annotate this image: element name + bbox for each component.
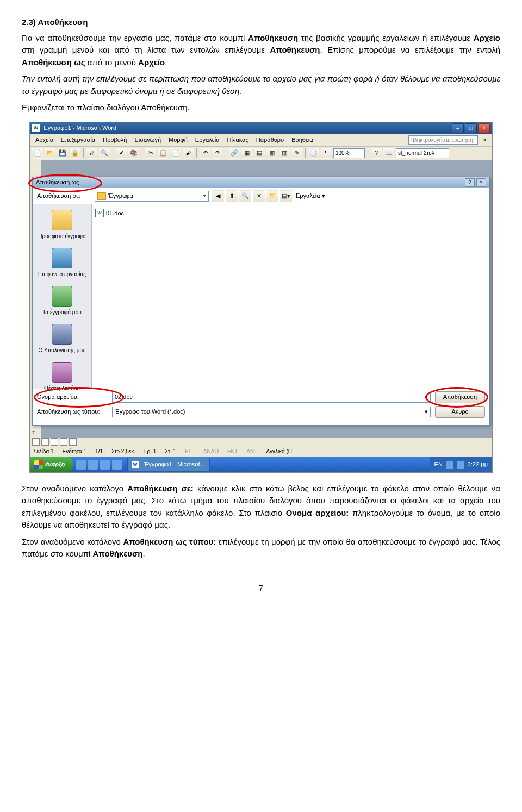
ql-desktop-icon[interactable] [88, 460, 98, 470]
research-icon[interactable]: 📚 [128, 148, 139, 159]
print-icon[interactable]: 🖨 [86, 148, 97, 159]
menu-tools[interactable]: Εργαλεία [192, 134, 223, 146]
menu-window[interactable]: Παράθυρο [253, 134, 287, 146]
permissions-icon[interactable]: 🔒 [70, 148, 80, 159]
close-button[interactable]: × [478, 123, 490, 133]
filename-combo[interactable]: 02.doc ▾ [112, 392, 431, 403]
cancel-button[interactable]: Άκυρο [435, 406, 485, 418]
filename-label: Όνομα αρχείου: [37, 392, 108, 402]
reading-view-icon[interactable] [69, 438, 77, 446]
folder-icon [97, 192, 106, 200]
file-row[interactable]: W 01.doc [95, 208, 486, 219]
menu-file[interactable]: Αρχείο [32, 134, 57, 146]
hyperlink-icon[interactable]: 🔗 [229, 148, 240, 159]
close-doc-button[interactable]: × [480, 134, 490, 146]
menu-edit[interactable]: Επεξεργασία [58, 134, 98, 146]
place-network[interactable]: Θέσεις δικτύου [35, 360, 89, 395]
save-in-combo[interactable]: Έγγραφα ▾ [95, 191, 209, 202]
ql-ie-icon[interactable] [76, 460, 86, 470]
copy-icon[interactable]: 📋 [158, 148, 169, 159]
format-painter-icon[interactable]: 🖌 [183, 148, 194, 159]
doc-map-icon[interactable]: 📑 [308, 148, 319, 159]
network-places-icon [52, 362, 72, 383]
mycomputer-icon [52, 324, 72, 345]
taskbar-word-button[interactable]: W Έγγραφο1 - Microsof... [127, 458, 210, 471]
ql-explorer-icon[interactable] [112, 460, 122, 470]
read-icon[interactable]: 📖 [383, 148, 394, 159]
place-desktop[interactable]: Επιφάνεια εργασίας [35, 246, 89, 280]
normal-view-icon[interactable] [32, 438, 40, 446]
excel-icon[interactable]: ▧ [266, 148, 277, 159]
zoom-combo[interactable]: 100% [333, 148, 365, 158]
print-preview-icon[interactable]: 🔍 [99, 148, 110, 159]
ql-media-icon[interactable] [100, 460, 110, 470]
desktop-icon [52, 248, 72, 268]
columns-icon[interactable]: ▥ [279, 148, 290, 159]
delete-icon[interactable]: ✕ [253, 190, 265, 202]
views-icon[interactable]: ▤▾ [280, 190, 292, 202]
document-area: 2 1 1 2 3 4 5 6 7 Αποθήκευση ως ? × [30, 160, 492, 438]
paragraph-1: Για να αποθηκεύσουμε την εργασία μας, πα… [22, 32, 500, 69]
status-bar: Σελίδα 1 Ενότητα 1 1/1 Στο 2,5εκ. Γρ. 1 … [30, 446, 492, 457]
status-ovr: ΑΝΤ [246, 447, 257, 455]
screenshot-word-save-as: W Έγγραφο1 - Microsoft Word – □ × Αρχείο… [29, 122, 493, 473]
tools-menu[interactable]: Εργαλεία ▾ [294, 190, 327, 202]
outline-view-icon[interactable] [60, 438, 67, 446]
dialog-help-button[interactable]: ? [465, 178, 475, 187]
web-layout-view-icon[interactable] [41, 438, 49, 446]
paragraph-4: Στον αναδυόμενο κατάλογο Αποθήκευση ως τ… [22, 536, 500, 560]
status-rec: ΕΓΓ [185, 447, 195, 455]
spell-icon[interactable]: ✔ [116, 148, 127, 159]
tray-volume-icon[interactable] [446, 461, 453, 469]
menu-format[interactable]: Μορφή [165, 134, 191, 146]
section-title: Αποθήκευση [38, 17, 88, 27]
dialog-nav-toolbar: ◀ ⬆ 🔍 ✕ 📁 ▤▾ Εργαλεία ▾ [212, 190, 327, 202]
cut-icon[interactable]: ✂ [145, 148, 156, 159]
recent-docs-icon [52, 210, 72, 230]
ask-question-box[interactable]: Πληκτρολογήστε ερώτηση [408, 135, 478, 145]
xp-taskbar: έναρξη W Έγγραφο1 - Microsof... EN 3:22 … [30, 457, 492, 472]
menu-help[interactable]: Βοήθεια [288, 134, 316, 146]
save-button[interactable]: Αποθήκευση [435, 391, 485, 403]
menu-insert[interactable]: Εισαγωγή [131, 134, 164, 146]
search-web-icon[interactable]: 🔍 [239, 190, 251, 202]
help-icon[interactable]: ? [371, 148, 382, 159]
redo-icon[interactable]: ↷ [212, 148, 223, 159]
tray-network-icon[interactable] [457, 461, 464, 469]
section-heading: 2.3) Αποθήκευση [22, 16, 500, 29]
place-recent[interactable]: Πρόσφατα έγγραφα [35, 208, 89, 242]
new-folder-icon[interactable]: 📁 [266, 190, 278, 202]
menu-table[interactable]: Πίνακας [224, 134, 252, 146]
view-bar [30, 438, 492, 446]
insert-table-icon[interactable]: ▤ [254, 148, 265, 159]
save-icon[interactable]: 💾 [57, 148, 68, 159]
menu-view[interactable]: Προβολή [100, 134, 130, 146]
save-as-dialog: Αποθήκευση ως ? × Αποθήκευση σε: Έγγραφα… [32, 177, 490, 426]
tray-lang[interactable]: EN [434, 460, 443, 469]
back-icon[interactable]: ◀ [212, 190, 224, 202]
style-combo[interactable]: st_normal Στυλ [396, 148, 449, 158]
dialog-titlebar: Αποθήκευση ως ? × [33, 177, 489, 188]
new-doc-icon[interactable]: 📄 [32, 148, 43, 159]
place-mycomputer[interactable]: Ο Υπολογιστής μου [35, 322, 89, 357]
start-button[interactable]: έναρξη [30, 457, 73, 472]
show-hide-icon[interactable]: ¶ [321, 148, 332, 159]
undo-icon[interactable]: ↶ [200, 148, 210, 159]
open-icon[interactable]: 📂 [45, 148, 55, 159]
chevron-down-icon: ▾ [203, 192, 206, 200]
minimize-button[interactable]: – [452, 123, 464, 133]
filetype-combo[interactable]: Έγγραφο του Word (*.doc) ▾ [112, 407, 431, 417]
paste-icon[interactable]: 📄 [170, 148, 181, 159]
tables-borders-icon[interactable]: ▦ [241, 148, 252, 159]
maximize-button[interactable]: □ [465, 123, 477, 133]
print-layout-view-icon[interactable] [51, 438, 58, 446]
dialog-close-button[interactable]: × [476, 178, 486, 187]
file-list-area[interactable]: W 01.doc [92, 204, 489, 389]
system-tray: EN 3:22 μμ [430, 457, 492, 472]
paragraph-3: Στον αναδυόμενο κατάλογο Αποθήκευση σε: … [22, 483, 500, 532]
status-at: Στο 2,5εκ. [111, 447, 135, 455]
place-mydocs[interactable]: Τα έγγραφά μου [35, 284, 89, 318]
drawing-icon[interactable]: ✎ [291, 148, 302, 159]
up-folder-icon[interactable]: ⬆ [226, 190, 238, 202]
save-in-row: Αποθήκευση σε: Έγγραφα ▾ ◀ ⬆ 🔍 ✕ 📁 ▤▾ Ερ… [33, 188, 489, 204]
